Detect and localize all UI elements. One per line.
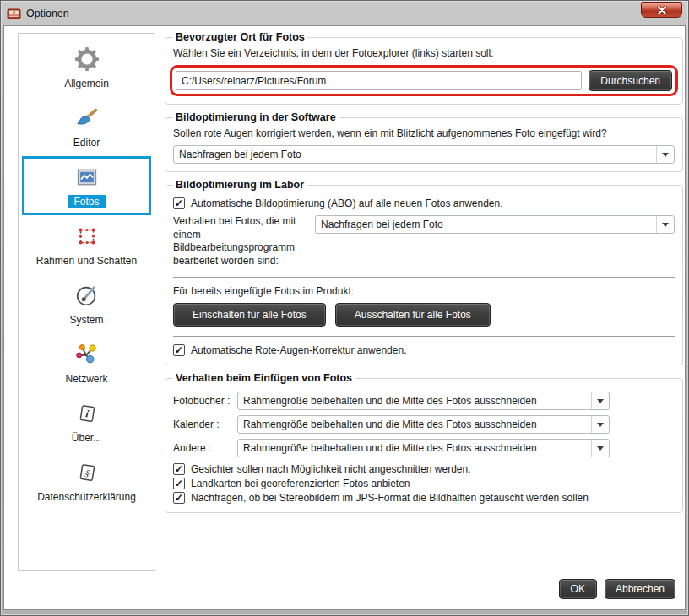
faces-checkbox[interactable] [173,463,185,475]
sidebar-item-netzwerk[interactable]: Netzwerk [22,333,151,392]
chevron-down-icon [591,440,609,457]
dropdown-value: Rahmengröße beibehalten und die Mitte de… [238,392,591,409]
auto-redeye-checkbox[interactable] [173,344,185,356]
stereo-jps-checkbox[interactable] [173,492,185,504]
existing-photos-label: Für bereits eingefügte Fotos im Produkt: [173,285,675,297]
group-title: Bevorzugter Ort für Fotos [173,31,307,43]
kalender-dropdown[interactable]: Rahmengröße beibehalten und die Mitte de… [237,415,610,434]
separator [173,277,675,278]
group-title: Bildoptimierung in der Software [173,111,339,123]
group-software-optimization: Bildoptimierung in der Software Sollen r… [165,111,683,172]
abo-checkbox-label: Automatische Bildoptimierung (ABO) auf a… [191,197,503,209]
options-window: Optionen [0,0,689,616]
sidebar-item-label: Datenschutzerklärung [31,490,142,504]
dropdown-value: Nachfragen bei jedem Foto [174,146,656,163]
selection-frame-icon [73,223,100,250]
sidebar-item-fotos[interactable]: Fotos [22,156,151,215]
group-lab-optimization: Bildoptimierung im Labor Automatische Bi… [165,179,683,365]
dropdown-value: Rahmengröße beibehalten und die Mitte de… [238,440,591,457]
stereo-jps-checkbox-label: Nachfragen, ob bei Stereobildern im JPS-… [191,492,589,504]
group-preferred-location: Bevorzugter Ort für Fotos Wählen Sie ein… [165,31,683,105]
sidebar-item-label: Allgemein [58,77,115,90]
edited-photos-dropdown[interactable]: Nachfragen bei jedem Foto [315,215,675,234]
dropdown-value: Rahmengröße beibehalten und die Mitte de… [238,416,591,433]
gauge-icon [73,282,100,309]
fotobuecher-dropdown[interactable]: Rahmengröße beibehalten und die Mitte de… [237,392,610,410]
sidebar-item-datenschutzerklaerung[interactable]: § Datenschutzerklärung [22,451,151,511]
fotobuecher-label: Fotobücher : [173,395,237,407]
sidebar-item-label: Fotos [68,195,105,208]
disable-all-photos-button[interactable]: Ausschalten für alle Fotos [335,303,491,327]
group-title: Verhalten beim Einfügen von Fotos [173,372,355,384]
dialog-content: Allgemein Editor [3,25,686,610]
sidebar-item-system[interactable]: System [22,274,151,333]
maps-checkbox[interactable] [173,478,185,489]
group-insert-behavior: Verhalten beim Einfügen von Fotos Fotobü… [165,372,683,513]
paintbrush-icon [73,105,100,132]
abo-checkbox[interactable] [173,197,185,209]
chevron-down-icon [591,416,609,433]
titlebar: Optionen [1,1,688,25]
redeye-question: Sollen rote Augen korrigiert werden, wen… [173,127,675,139]
dialog-footer: OK Abbrechen [559,579,675,599]
maps-checkbox-label: Landkarten bei georeferenzierten Fotos a… [191,478,410,489]
dropdown-value: Nachfragen bei jedem Foto [316,216,656,233]
window-title: Optionen [26,8,69,19]
highlight-annotation: Durchsuchen [170,65,678,96]
network-icon [73,341,100,368]
preferred-location-description: Wählen Sie ein Verzeichnis, in dem der F… [173,47,675,59]
sidebar-item-ueber[interactable]: i Über... [22,392,151,451]
cancel-button[interactable]: Abbrechen [605,579,675,599]
photo-icon [73,164,100,191]
andere-label: Andere : [173,442,237,454]
faces-checkbox-label: Gesichter sollen nach Möglichkeit nicht … [191,463,471,475]
sidebar-item-label: Rahmen und Schatten [30,254,143,267]
photo-folder-input[interactable] [176,71,582,90]
edited-photos-label: Verhalten bei Fotos, die mit einem Bildb… [173,215,308,267]
close-button[interactable] [641,2,682,18]
chevron-down-icon [656,216,674,233]
sidebar-item-label: Netzwerk [59,372,113,386]
separator [173,336,675,337]
sidebar-item-label: Editor [68,136,106,149]
sidebar-item-rahmen-und-schatten[interactable]: Rahmen und Schatten [22,215,151,274]
kalender-label: Kalender : [173,419,237,430]
browse-button[interactable]: Durchsuchen [589,70,672,91]
sidebar: Allgemein Editor [18,33,155,571]
andere-dropdown[interactable]: Rahmengröße beibehalten und die Mitte de… [237,439,610,457]
redeye-dropdown[interactable]: Nachfragen bei jedem Foto [173,145,675,164]
chevron-down-icon [656,146,674,163]
sidebar-item-editor[interactable]: Editor [22,97,151,156]
gear-icon [73,46,100,73]
sidebar-item-label: Über... [66,431,107,445]
main-panel: Bevorzugter Ort für Fotos Wählen Sie ein… [165,31,683,520]
info-card-icon: i [73,400,100,427]
enable-all-photos-button[interactable]: Einschalten für alle Fotos [173,303,326,327]
paragraph-card-icon: § [73,459,100,486]
sidebar-item-label: System [63,313,109,327]
chevron-down-icon [591,392,609,409]
app-icon [7,7,21,20]
ok-button[interactable]: OK [559,579,597,599]
auto-redeye-checkbox-label: Automatische Rote-Augen-Korrektur anwend… [191,344,406,356]
group-title: Bildoptimierung im Labor [173,179,307,191]
sidebar-item-allgemein[interactable]: Allgemein [22,38,151,97]
